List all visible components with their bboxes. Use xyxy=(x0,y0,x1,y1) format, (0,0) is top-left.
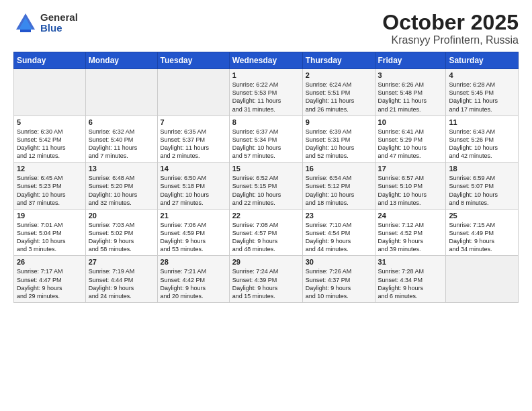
calendar-cell: 1Sunrise: 6:22 AM Sunset: 5:53 PM Daylig… xyxy=(229,69,302,116)
logo-blue-text: Blue xyxy=(40,23,78,34)
calendar-cell: 21Sunrise: 7:06 AM Sunset: 4:59 PM Dayli… xyxy=(157,209,229,256)
day-info: Sunrise: 6:28 AM Sunset: 5:45 PM Dayligh… xyxy=(449,81,515,113)
calendar-cell: 10Sunrise: 6:41 AM Sunset: 5:29 PM Dayli… xyxy=(375,116,446,163)
day-info: Sunrise: 6:43 AM Sunset: 5:26 PM Dayligh… xyxy=(449,128,515,161)
calendar-week-1: 1Sunrise: 6:22 AM Sunset: 5:53 PM Daylig… xyxy=(14,69,519,116)
calendar-cell: 30Sunrise: 7:26 AM Sunset: 4:37 PM Dayli… xyxy=(302,256,375,303)
svg-rect-2 xyxy=(20,30,31,32)
calendar-header-row: SundayMondayTuesdayWednesdayThursdayFrid… xyxy=(14,52,519,69)
day-info: Sunrise: 7:28 AM Sunset: 4:34 PM Dayligh… xyxy=(378,267,443,300)
calendar-cell: 26Sunrise: 7:17 AM Sunset: 4:47 PM Dayli… xyxy=(14,256,86,303)
day-number: 6 xyxy=(89,118,154,126)
calendar-cell: 14Sunrise: 6:50 AM Sunset: 5:18 PM Dayli… xyxy=(157,163,229,210)
day-header-sunday: Sunday xyxy=(14,52,86,69)
calendar-cell: 5Sunrise: 6:30 AM Sunset: 5:42 PM Daylig… xyxy=(14,116,86,163)
header: General Blue October 2025 Krasnyy Profin… xyxy=(13,11,519,46)
day-header-friday: Friday xyxy=(375,52,446,69)
day-number: 23 xyxy=(306,212,372,220)
calendar-cell: 18Sunrise: 6:59 AM Sunset: 5:07 PM Dayli… xyxy=(446,163,519,210)
day-number: 10 xyxy=(378,118,443,126)
day-number: 21 xyxy=(161,212,226,220)
page: General Blue October 2025 Krasnyy Profin… xyxy=(0,0,532,411)
day-number: 8 xyxy=(232,118,300,126)
day-number: 5 xyxy=(17,118,83,126)
calendar-cell xyxy=(85,69,157,116)
day-number: 18 xyxy=(449,165,515,173)
calendar-week-2: 5Sunrise: 6:30 AM Sunset: 5:42 PM Daylig… xyxy=(14,116,519,163)
day-number: 3 xyxy=(378,71,443,79)
calendar-cell: 4Sunrise: 6:28 AM Sunset: 5:45 PM Daylig… xyxy=(446,69,519,116)
logo-text: General Blue xyxy=(40,12,78,34)
calendar-cell: 12Sunrise: 6:45 AM Sunset: 5:23 PM Dayli… xyxy=(14,163,86,210)
calendar-week-3: 12Sunrise: 6:45 AM Sunset: 5:23 PM Dayli… xyxy=(14,163,519,210)
title-block: October 2025 Krasnyy Profintern, Russia xyxy=(382,11,519,46)
day-info: Sunrise: 7:06 AM Sunset: 4:59 PM Dayligh… xyxy=(161,221,226,254)
calendar-cell: 16Sunrise: 6:54 AM Sunset: 5:12 PM Dayli… xyxy=(302,163,375,210)
calendar-cell: 7Sunrise: 6:35 AM Sunset: 5:37 PM Daylig… xyxy=(157,116,229,163)
day-info: Sunrise: 7:24 AM Sunset: 4:39 PM Dayligh… xyxy=(232,267,300,300)
calendar-cell: 17Sunrise: 6:57 AM Sunset: 5:10 PM Dayli… xyxy=(375,163,446,210)
day-number: 26 xyxy=(17,258,83,266)
calendar-cell: 29Sunrise: 7:24 AM Sunset: 4:39 PM Dayli… xyxy=(229,256,302,303)
day-number: 15 xyxy=(232,165,300,173)
day-info: Sunrise: 6:48 AM Sunset: 5:20 PM Dayligh… xyxy=(89,174,154,207)
calendar-cell: 24Sunrise: 7:12 AM Sunset: 4:52 PM Dayli… xyxy=(375,209,446,256)
day-info: Sunrise: 7:15 AM Sunset: 4:49 PM Dayligh… xyxy=(449,221,515,254)
day-info: Sunrise: 7:17 AM Sunset: 4:47 PM Dayligh… xyxy=(17,267,83,300)
calendar-cell: 11Sunrise: 6:43 AM Sunset: 5:26 PM Dayli… xyxy=(446,116,519,163)
day-number: 2 xyxy=(306,71,372,79)
day-info: Sunrise: 7:12 AM Sunset: 4:52 PM Dayligh… xyxy=(378,221,443,254)
day-number: 28 xyxy=(161,258,226,266)
calendar-cell: 20Sunrise: 7:03 AM Sunset: 5:02 PM Dayli… xyxy=(85,209,157,256)
day-info: Sunrise: 6:57 AM Sunset: 5:10 PM Dayligh… xyxy=(378,174,443,207)
day-info: Sunrise: 6:41 AM Sunset: 5:29 PM Dayligh… xyxy=(378,128,443,161)
day-info: Sunrise: 6:50 AM Sunset: 5:18 PM Dayligh… xyxy=(161,174,226,207)
logo-general-text: General xyxy=(40,12,78,24)
day-info: Sunrise: 6:22 AM Sunset: 5:53 PM Dayligh… xyxy=(232,81,300,113)
calendar-cell: 15Sunrise: 6:52 AM Sunset: 5:15 PM Dayli… xyxy=(229,163,302,210)
calendar-cell: 19Sunrise: 7:01 AM Sunset: 5:04 PM Dayli… xyxy=(14,209,86,256)
calendar-cell: 23Sunrise: 7:10 AM Sunset: 4:54 PM Dayli… xyxy=(302,209,375,256)
logo: General Blue xyxy=(13,11,78,35)
logo-icon xyxy=(13,11,38,35)
calendar-week-5: 26Sunrise: 7:17 AM Sunset: 4:47 PM Dayli… xyxy=(14,256,519,303)
calendar-cell: 31Sunrise: 7:28 AM Sunset: 4:34 PM Dayli… xyxy=(375,256,446,303)
calendar-week-4: 19Sunrise: 7:01 AM Sunset: 5:04 PM Dayli… xyxy=(14,209,519,256)
day-info: Sunrise: 6:30 AM Sunset: 5:42 PM Dayligh… xyxy=(17,128,83,161)
day-number: 19 xyxy=(17,212,83,220)
day-number: 24 xyxy=(378,212,443,220)
day-number: 20 xyxy=(89,212,154,220)
day-info: Sunrise: 6:32 AM Sunset: 5:40 PM Dayligh… xyxy=(89,128,154,161)
calendar-cell: 22Sunrise: 7:08 AM Sunset: 4:57 PM Dayli… xyxy=(229,209,302,256)
day-number: 25 xyxy=(449,212,515,220)
calendar-cell: 28Sunrise: 7:21 AM Sunset: 4:42 PM Dayli… xyxy=(157,256,229,303)
day-number: 9 xyxy=(306,118,372,126)
day-number: 1 xyxy=(232,71,300,79)
day-info: Sunrise: 6:59 AM Sunset: 5:07 PM Dayligh… xyxy=(449,174,515,207)
calendar-cell: 8Sunrise: 6:37 AM Sunset: 5:34 PM Daylig… xyxy=(229,116,302,163)
calendar-location: Krasnyy Profintern, Russia xyxy=(382,34,519,46)
day-info: Sunrise: 7:01 AM Sunset: 5:04 PM Dayligh… xyxy=(17,221,83,254)
calendar-table: SundayMondayTuesdayWednesdayThursdayFrid… xyxy=(13,52,519,303)
calendar-cell xyxy=(157,69,229,116)
calendar-cell: 25Sunrise: 7:15 AM Sunset: 4:49 PM Dayli… xyxy=(446,209,519,256)
day-number: 16 xyxy=(306,165,372,173)
day-info: Sunrise: 6:26 AM Sunset: 5:48 PM Dayligh… xyxy=(378,81,443,113)
day-header-monday: Monday xyxy=(85,52,157,69)
calendar-cell xyxy=(14,69,86,116)
day-info: Sunrise: 6:24 AM Sunset: 5:51 PM Dayligh… xyxy=(306,81,372,113)
day-number: 11 xyxy=(449,118,515,126)
day-info: Sunrise: 6:37 AM Sunset: 5:34 PM Dayligh… xyxy=(232,128,300,161)
calendar-cell: 3Sunrise: 6:26 AM Sunset: 5:48 PM Daylig… xyxy=(375,69,446,116)
calendar-cell: 2Sunrise: 6:24 AM Sunset: 5:51 PM Daylig… xyxy=(302,69,375,116)
day-number: 7 xyxy=(161,118,226,126)
day-info: Sunrise: 7:03 AM Sunset: 5:02 PM Dayligh… xyxy=(89,221,154,254)
day-number: 29 xyxy=(232,258,300,266)
day-number: 4 xyxy=(449,71,515,79)
day-info: Sunrise: 6:35 AM Sunset: 5:37 PM Dayligh… xyxy=(161,128,226,161)
day-number: 22 xyxy=(232,212,300,220)
day-info: Sunrise: 6:45 AM Sunset: 5:23 PM Dayligh… xyxy=(17,174,83,207)
day-number: 30 xyxy=(306,258,372,266)
calendar-title: October 2025 xyxy=(382,11,519,34)
day-number: 14 xyxy=(161,165,226,173)
